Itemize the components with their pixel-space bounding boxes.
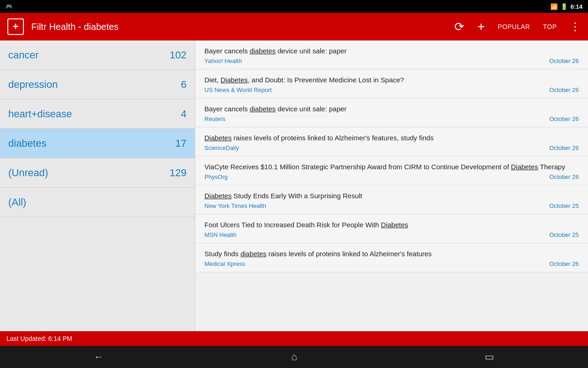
news-date: October 26 [549, 115, 579, 122]
title-text: ViaCyte Receives $10.1 Million Strategic… [204, 163, 511, 171]
news-meta: Reuters October 26 [204, 115, 579, 122]
keyword: Diabetes [511, 163, 538, 171]
sidebar-item-diabetes[interactable]: diabetes 17 [0, 129, 195, 158]
news-source: ScienceDaily [204, 144, 239, 151]
news-title: ViaCyte Receives $10.1 Million Strategic… [204, 162, 579, 172]
sidebar-count: 129 [170, 167, 187, 179]
title-text: raises levels of proteins linked to Alzh… [232, 134, 434, 142]
sidebar-count: 6 [181, 79, 187, 91]
home-button[interactable]: ⌂ [291, 351, 297, 363]
app-logo: + [7, 18, 24, 35]
news-meta: ScienceDaily October 26 [204, 144, 579, 151]
sidebar: cancer 102 depression 6 heart+disease 4 … [0, 40, 195, 331]
top-actions: ⟳ + POPULAR TOP ⋮ [454, 19, 581, 34]
news-title: Diet, Diabetes, and Doubt: Is Preventive… [204, 75, 579, 85]
news-title: Study finds diabetes raises levels of pr… [204, 249, 579, 259]
news-title: Bayer cancels diabetes device unit sale:… [204, 46, 579, 56]
clock: 6:14 [571, 3, 582, 10]
sidebar-item-depression[interactable]: depression 6 [0, 70, 195, 99]
news-title: Diabetes Study Ends Early With a Surpris… [204, 191, 579, 201]
news-item[interactable]: ViaCyte Receives $10.1 Million Strategic… [195, 156, 588, 185]
news-item[interactable]: Diabetes raises levels of proteins linke… [195, 127, 588, 156]
keyword: Diabetes [381, 221, 408, 229]
title-text: Therapy [538, 163, 565, 171]
more-button[interactable]: ⋮ [570, 20, 581, 33]
sidebar-item-cancer[interactable]: cancer 102 [0, 40, 195, 70]
news-source: Yahoo! Health [204, 58, 242, 64]
title-text: Study Ends Early With a Surprising Resul… [232, 192, 362, 200]
news-meta: PhysOrg October 26 [204, 173, 579, 180]
news-meta: MSN Health October 25 [204, 231, 579, 238]
sidebar-label: cancer [8, 49, 39, 61]
news-date: October 26 [549, 58, 579, 64]
bottom-status-bar: Last Updated: 6:14 PM [0, 331, 588, 346]
refresh-button[interactable]: ⟳ [454, 20, 464, 34]
news-meta: Yahoo! Health October 26 [204, 58, 579, 64]
news-title: Bayer cancels diabetes device unit sale:… [204, 104, 579, 114]
news-item[interactable]: Diet, Diabetes, and Doubt: Is Preventive… [195, 69, 588, 98]
news-item[interactable]: Diabetes Study Ends Early With a Surpris… [195, 185, 588, 214]
sidebar-item-nread[interactable]: (Unread) 129 [0, 158, 195, 188]
news-list: Bayer cancels diabetes device unit sale:… [195, 40, 588, 331]
title-text: , and Doubt: Is Preventive Medicine Lost… [248, 76, 404, 84]
news-source: Medical Xpress [204, 260, 245, 267]
sidebar-label: (Unread) [8, 167, 48, 179]
news-date: October 26 [549, 173, 579, 180]
sidebar-count: 102 [170, 49, 187, 61]
title-text: Study finds [204, 250, 240, 258]
news-date: October 25 [549, 231, 579, 238]
status-bar: 🎮 📶 🔋 6:14 [0, 0, 588, 13]
battery-icon: 🔋 [560, 3, 568, 10]
news-item[interactable]: Study finds diabetes raises levels of pr… [195, 243, 588, 272]
news-date: October 26 [549, 144, 579, 151]
sidebar-count: 17 [175, 138, 187, 150]
sidebar-item-ll[interactable]: (All) [0, 188, 195, 217]
status-left: 🎮 [6, 3, 12, 10]
news-date: October 26 [549, 86, 579, 93]
news-source: PhysOrg [204, 173, 228, 180]
top-button[interactable]: TOP [543, 23, 557, 30]
news-date: October 26 [549, 260, 579, 267]
sidebar-label: heart+disease [8, 108, 72, 120]
keyword: diabetes [249, 47, 276, 55]
title-text: Foot Ulcers Tied to Increased Death Risk… [204, 221, 381, 229]
keyword: diabetes [249, 105, 276, 113]
news-meta: US News & World Report October 26 [204, 86, 579, 93]
title-text: Bayer cancels [204, 105, 249, 113]
title-text: Bayer cancels [204, 47, 249, 55]
sidebar-item-heartdisease[interactable]: heart+disease 4 [0, 99, 195, 129]
news-title: Diabetes raises levels of proteins linke… [204, 133, 579, 143]
keyword: Diabetes [220, 76, 248, 84]
sidebar-count: 4 [181, 108, 187, 120]
news-source: Reuters [204, 115, 226, 122]
android-icon: 🎮 [6, 3, 12, 10]
news-source: MSN Health [204, 231, 237, 238]
nav-bar: ← ⌂ ▭ [0, 346, 588, 368]
recent-button[interactable]: ▭ [485, 351, 494, 363]
news-title: Foot Ulcers Tied to Increased Death Risk… [204, 220, 579, 230]
sidebar-label: diabetes [8, 138, 46, 150]
app-title: Filtr Health - diabetes [31, 22, 447, 32]
news-meta: Medical Xpress October 26 [204, 260, 579, 267]
title-text: device unit sale: paper [276, 47, 346, 55]
title-text: Diet, [204, 76, 220, 84]
news-item[interactable]: Foot Ulcers Tied to Increased Death Risk… [195, 214, 588, 243]
back-button[interactable]: ← [94, 351, 104, 363]
last-updated-text: Last Updated: 6:14 PM [6, 335, 72, 342]
news-meta: New York Times Health October 25 [204, 202, 579, 209]
title-text: raises levels of proteins linked to Alzh… [266, 250, 432, 258]
title-text: device unit sale: paper [276, 105, 346, 113]
wifi-icon: 📶 [550, 3, 558, 10]
main-content: cancer 102 depression 6 heart+disease 4 … [0, 40, 588, 331]
keyword: diabetes [240, 250, 266, 258]
news-source: New York Times Health [204, 202, 266, 209]
add-button[interactable]: + [477, 19, 485, 34]
news-item[interactable]: Bayer cancels diabetes device unit sale:… [195, 98, 588, 127]
sidebar-label: depression [8, 79, 58, 91]
news-source: US News & World Report [204, 86, 271, 93]
status-right: 📶 🔋 6:14 [550, 3, 582, 10]
news-item[interactable]: Bayer cancels diabetes device unit sale:… [195, 40, 588, 69]
keyword: Diabetes [204, 192, 232, 200]
popular-button[interactable]: POPULAR [498, 23, 530, 30]
keyword: Diabetes [204, 134, 232, 142]
